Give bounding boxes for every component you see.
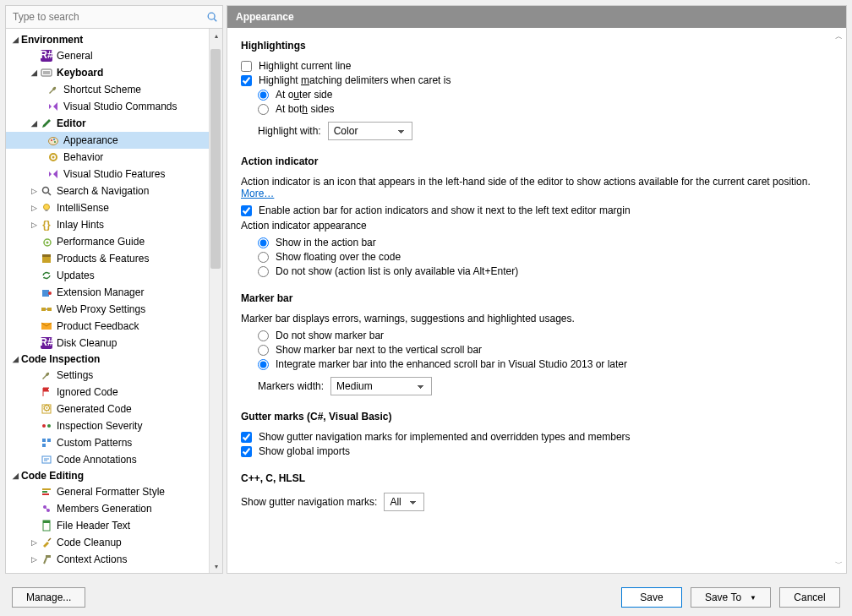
tree-behavior[interactable]: Behavior: [6, 149, 222, 166]
tree-members[interactable]: Members Generation: [6, 500, 222, 517]
svg-text:⚙: ⚙: [42, 403, 52, 414]
tree-perf-guide[interactable]: Performance Guide: [6, 233, 222, 250]
search-icon[interactable]: [205, 10, 219, 24]
tree-products[interactable]: Products & Features: [6, 250, 222, 267]
manage-button[interactable]: Manage...: [12, 587, 85, 608]
tree-shortcut-scheme[interactable]: Shortcut Scheme: [6, 81, 222, 98]
expander-icon[interactable]: ▷: [30, 221, 38, 229]
checkbox[interactable]: [241, 61, 252, 72]
scroll-thumb[interactable]: [210, 49, 221, 269]
tree-scrollbar[interactable]: ▴ ▾: [209, 29, 222, 573]
tree-disk-cleanup[interactable]: R#Disk Cleanup: [6, 335, 222, 352]
show-floating-option[interactable]: Show floating over the code: [258, 251, 829, 263]
marker-do-not-show-option[interactable]: Do not show marker bar: [258, 330, 829, 341]
tree-code-editing[interactable]: ◢Code Editing: [6, 468, 222, 483]
checkbox[interactable]: [241, 205, 252, 216]
expander-icon[interactable]: ◢: [30, 119, 38, 128]
expander-icon[interactable]: ◢: [11, 35, 19, 44]
highlight-matching-option[interactable]: Highlight matching delimiters when caret…: [241, 74, 829, 86]
radio[interactable]: [258, 359, 269, 370]
tree-editor[interactable]: ◢Editor: [6, 115, 222, 132]
tree-web-proxy[interactable]: Web Proxy Settings: [6, 301, 222, 318]
expander-icon[interactable]: ◢: [30, 68, 38, 77]
checkbox[interactable]: [241, 446, 252, 457]
expander-icon[interactable]: ◢: [11, 472, 19, 480]
tree-custom-patterns[interactable]: Custom Patterns: [6, 434, 222, 451]
tree-ignored[interactable]: Ignored Code: [6, 384, 222, 401]
radio[interactable]: [258, 252, 269, 263]
show-in-bar-option[interactable]: Show in the action bar: [258, 237, 829, 248]
tree-updates[interactable]: Updates: [6, 267, 222, 284]
radio[interactable]: [258, 345, 269, 356]
tree-label: Code Editing: [21, 470, 84, 482]
markers-width-select[interactable]: Medium: [330, 377, 432, 395]
tree-vs-features[interactable]: Visual Studio Features: [6, 166, 222, 183]
scroll-up-icon[interactable]: ︿: [835, 31, 843, 42]
tree-general[interactable]: R#General: [6, 47, 222, 64]
tree-appearance[interactable]: Appearance: [6, 132, 222, 149]
expander-icon[interactable]: ◢: [11, 355, 19, 363]
checkbox[interactable]: [241, 432, 252, 443]
tree-generated[interactable]: ⚙Generated Code: [6, 401, 222, 417]
marker-integrate-option[interactable]: Integrate marker bar into the enhanced s…: [258, 358, 829, 370]
highlight-with-select[interactable]: Color: [328, 122, 412, 140]
expander-icon[interactable]: ▷: [30, 555, 38, 564]
tree-inlay-hints[interactable]: ▷{}Inlay Hints: [6, 216, 222, 233]
tree-severity[interactable]: Inspection Severity: [6, 417, 222, 434]
scroll-up-icon[interactable]: ▴: [210, 29, 222, 42]
tree-search-nav[interactable]: ▷Search & Navigation: [6, 183, 222, 199]
svg-point-19: [46, 242, 49, 244]
search-input[interactable]: [9, 8, 205, 26]
tree-code-cleanup[interactable]: ▷Code Cleanup: [6, 534, 222, 551]
show-nav-marks-option[interactable]: Show gutter navigation marks for impleme…: [241, 431, 829, 443]
tree-file-header[interactable]: File Header Text: [6, 517, 222, 534]
svg-line-45: [45, 507, 48, 510]
snail-icon: [40, 235, 53, 248]
highlight-current-line-option[interactable]: Highlight current line: [241, 60, 829, 72]
checkbox[interactable]: [241, 75, 252, 86]
tree-feedback[interactable]: Product Feedback: [6, 318, 222, 335]
save-button[interactable]: Save: [621, 587, 682, 608]
enable-action-bar-option[interactable]: Enable action bar for action indicators …: [241, 204, 829, 216]
scroll-down-icon[interactable]: ﹀: [835, 559, 843, 570]
expander-icon[interactable]: ▷: [30, 538, 38, 547]
tree-ext-manager[interactable]: Extension Manager: [6, 284, 222, 301]
svg-text:R#: R#: [41, 337, 52, 348]
marker-next-to-scroll-option[interactable]: Show marker bar next to the vertical scr…: [258, 344, 829, 356]
svg-point-10: [54, 141, 56, 143]
at-outer-side-option[interactable]: At outer side: [258, 89, 829, 101]
tree-label: IntelliSense: [57, 202, 109, 214]
at-both-sides-option[interactable]: At both sides: [258, 103, 829, 115]
do-not-show-option[interactable]: Do not show (action list is only availab…: [258, 265, 829, 277]
cpp-gutter-nav-select[interactable]: All: [384, 493, 424, 511]
tree-intellisense[interactable]: ▷IntelliSense: [6, 199, 222, 216]
tree-keyboard[interactable]: ◢Keyboard: [6, 64, 222, 81]
more-link[interactable]: More…: [241, 188, 274, 199]
tree-annotations[interactable]: Code Annotations: [6, 451, 222, 468]
option-label: Show floating over the code: [276, 251, 401, 263]
tree-label: Environment: [21, 34, 83, 46]
expander-icon[interactable]: ▷: [30, 187, 38, 195]
show-global-imports-option[interactable]: Show global imports: [241, 445, 829, 457]
radio[interactable]: [258, 104, 269, 115]
radio[interactable]: [258, 237, 269, 248]
scroll-down-icon[interactable]: ▾: [210, 559, 222, 573]
box-icon: [40, 252, 53, 265]
cancel-button[interactable]: Cancel: [779, 587, 840, 608]
section-desc: Marker bar displays errors, warnings, su…: [241, 313, 829, 324]
tree-settings[interactable]: Settings: [6, 367, 222, 384]
tree-environment[interactable]: ◢Environment: [6, 32, 222, 47]
radio[interactable]: [258, 330, 269, 341]
radio[interactable]: [258, 90, 269, 101]
expander-icon[interactable]: ▷: [30, 204, 38, 212]
tree-code-inspection[interactable]: ◢Code Inspection: [6, 352, 222, 367]
tree-context-actions[interactable]: ▷Context Actions: [6, 551, 222, 568]
tree-vs-commands[interactable]: Visual Studio Commands: [6, 98, 222, 115]
save-to-button[interactable]: Save To▼: [691, 587, 771, 608]
wrench-icon: [46, 83, 60, 96]
svg-rect-25: [47, 308, 52, 311]
vs-icon: [46, 100, 60, 113]
radio[interactable]: [258, 266, 269, 277]
tree-label: Behavior: [63, 151, 103, 163]
tree-formatter[interactable]: General Formatter Style: [6, 483, 222, 500]
